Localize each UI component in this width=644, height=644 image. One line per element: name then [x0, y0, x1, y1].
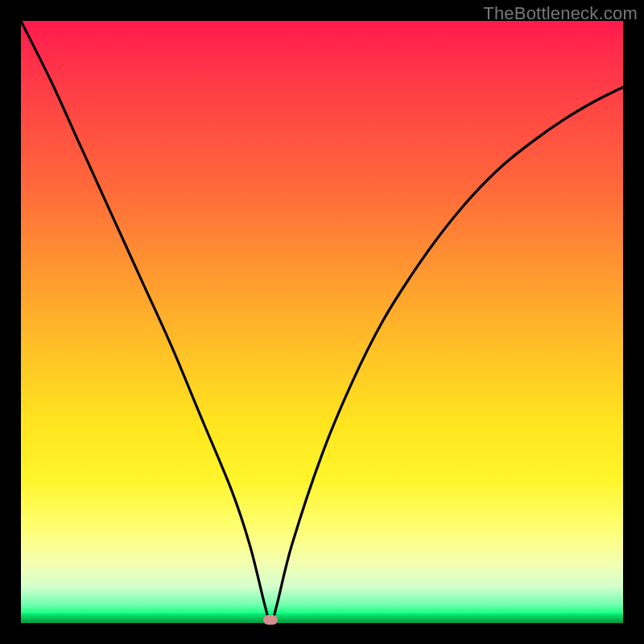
plot-area — [21, 21, 623, 623]
watermark-text: TheBottleneck.com — [483, 3, 638, 24]
bottleneck-curve — [21, 21, 623, 623]
curve-minimum-marker — [263, 615, 278, 625]
chart-frame: TheBottleneck.com — [0, 0, 644, 644]
